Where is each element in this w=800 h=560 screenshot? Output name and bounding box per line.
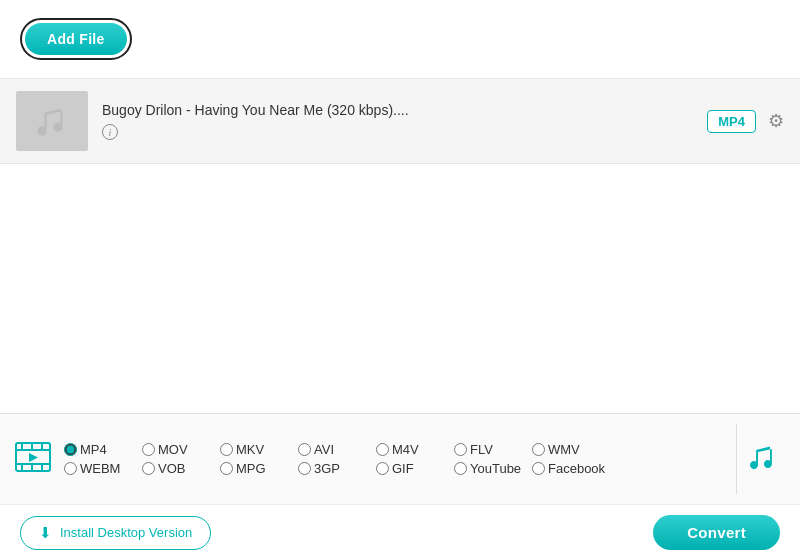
bottom-bar: MP4 MOV MKV AVI [0, 413, 800, 504]
svg-rect-2 [16, 463, 50, 465]
format-radio-wmv[interactable] [532, 443, 545, 456]
format-facebook[interactable]: Facebook [532, 461, 605, 476]
format-radio-vob[interactable] [142, 462, 155, 475]
content-area [0, 164, 800, 413]
format-webm[interactable]: WEBM [64, 461, 136, 476]
format-mkv[interactable]: MKV [220, 442, 292, 457]
format-radio-mkv[interactable] [220, 443, 233, 456]
svg-rect-5 [41, 443, 43, 449]
format-vob[interactable]: VOB [142, 461, 214, 476]
format-avi[interactable]: AVI [298, 442, 370, 457]
film-icon [14, 438, 52, 480]
format-radio-avi[interactable] [298, 443, 311, 456]
file-list: Bugoy Drilon - Having You Near Me (320 k… [0, 78, 800, 164]
svg-rect-3 [21, 443, 23, 449]
format-mp4[interactable]: MP4 [64, 442, 136, 457]
audio-music-icon [748, 443, 776, 475]
format-m4v[interactable]: M4V [376, 442, 448, 457]
formats-row-2: WEBM VOB MPG 3GP [64, 461, 736, 476]
file-item: Bugoy Drilon - Having You Near Me (320 k… [0, 79, 800, 164]
format-radio-mp4[interactable] [64, 443, 77, 456]
format-radio-mov[interactable] [142, 443, 155, 456]
top-area: Add File [0, 0, 800, 70]
format-wmv[interactable]: WMV [532, 442, 604, 457]
gear-icon[interactable]: ⚙ [768, 110, 784, 132]
format-flv[interactable]: FLV [454, 442, 526, 457]
svg-rect-7 [31, 465, 33, 471]
format-row: MP4 MOV MKV AVI [0, 414, 800, 504]
file-info: Bugoy Drilon - Having You Near Me (320 k… [102, 102, 693, 141]
file-name: Bugoy Drilon - Having You Near Me (320 k… [102, 102, 693, 118]
format-3gp[interactable]: 3GP [298, 461, 370, 476]
main-content: Add File Bugoy Drilon - Having You Near … [0, 0, 800, 560]
format-gif[interactable]: GIF [376, 461, 448, 476]
format-radio-flv[interactable] [454, 443, 467, 456]
format-radio-m4v[interactable] [376, 443, 389, 456]
format-mov[interactable]: MOV [142, 442, 214, 457]
install-label: Install Desktop Version [60, 525, 192, 540]
format-mpg[interactable]: MPG [220, 461, 292, 476]
svg-rect-1 [16, 449, 50, 451]
download-icon: ⬇ [39, 524, 52, 542]
footer-bar: ⬇ Install Desktop Version Convert [0, 504, 800, 560]
svg-marker-9 [29, 453, 38, 462]
format-radio-gif[interactable] [376, 462, 389, 475]
format-radio-mpg[interactable] [220, 462, 233, 475]
file-thumbnail [16, 91, 88, 151]
svg-rect-8 [41, 465, 43, 471]
music-icon [33, 102, 71, 140]
svg-rect-4 [31, 443, 33, 449]
format-radio-webm[interactable] [64, 462, 77, 475]
formats-grid: MP4 MOV MKV AVI [64, 442, 736, 476]
add-file-wrapper: Add File [20, 18, 132, 60]
info-icon[interactable]: i [102, 124, 118, 140]
format-youtube[interactable]: YouTube [454, 461, 526, 476]
format-radio-youtube[interactable] [454, 462, 467, 475]
right-icon-area [736, 424, 786, 494]
format-radio-3gp[interactable] [298, 462, 311, 475]
format-radio-facebook[interactable] [532, 462, 545, 475]
file-actions: MP4 ⚙ [707, 110, 784, 133]
format-badge[interactable]: MP4 [707, 110, 756, 133]
formats-row-1: MP4 MOV MKV AVI [64, 442, 736, 457]
convert-button[interactable]: Convert [653, 515, 780, 550]
install-desktop-button[interactable]: ⬇ Install Desktop Version [20, 516, 211, 550]
add-file-button[interactable]: Add File [25, 23, 127, 55]
svg-rect-6 [21, 465, 23, 471]
